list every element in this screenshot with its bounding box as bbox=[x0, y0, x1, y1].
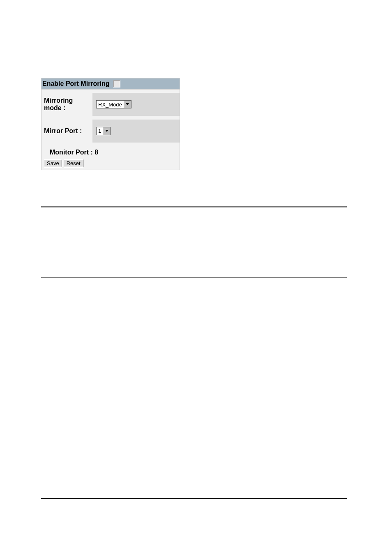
mirror-port-value: 1 bbox=[97, 127, 103, 135]
mirroring-mode-value: RX_Mode bbox=[97, 101, 124, 108]
mirroring-mode-label: Mirroring mode : bbox=[42, 90, 92, 120]
separator bbox=[41, 277, 347, 278]
enable-port-mirroring-checkbox[interactable] bbox=[113, 80, 120, 88]
save-button[interactable]: Save bbox=[44, 159, 62, 167]
dropdown-arrow-icon bbox=[124, 101, 131, 108]
mirroring-mode-row: Mirroring mode : RX_Mode bbox=[42, 90, 180, 120]
separator bbox=[41, 206, 347, 207]
reset-button[interactable]: Reset bbox=[64, 159, 83, 167]
panel-body: Mirroring mode : RX_Mode Mirror Port : 1 bbox=[42, 90, 180, 170]
mirror-port-row: Mirror Port : 1 bbox=[42, 120, 180, 143]
svg-marker-0 bbox=[126, 103, 129, 105]
panel-header: Enable Port Mirroring bbox=[42, 78, 180, 90]
monitor-port-row: Monitor Port : 8 bbox=[42, 143, 180, 158]
enable-port-mirroring-label: Enable Port Mirroring bbox=[42, 80, 110, 88]
mirroring-mode-select[interactable]: RX_Mode bbox=[96, 100, 131, 108]
monitor-port-label: Monitor Port : 8 bbox=[44, 148, 177, 156]
mirror-port-label: Mirror Port : bbox=[42, 120, 92, 142]
svg-marker-1 bbox=[105, 130, 108, 132]
mirror-port-cell: 1 bbox=[92, 120, 180, 143]
mirror-port-select[interactable]: 1 bbox=[96, 127, 111, 135]
separator bbox=[41, 498, 347, 499]
port-mirroring-panel: Enable Port Mirroring Mirroring mode : R… bbox=[41, 78, 180, 170]
dropdown-arrow-icon bbox=[103, 127, 110, 135]
button-row: Save Reset bbox=[42, 158, 180, 170]
separator bbox=[41, 220, 347, 220]
mirroring-mode-cell: RX_Mode bbox=[92, 93, 180, 116]
